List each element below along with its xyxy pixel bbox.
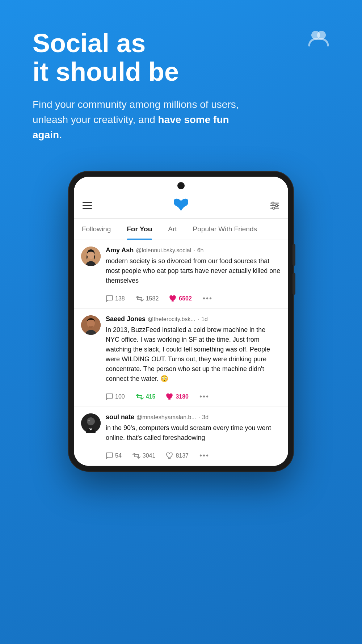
retweet-button[interactable]: 415	[136, 393, 156, 400]
tabs-bar: Following For You Art Popular With Frien…	[74, 219, 288, 240]
post-content-amy: Amy Ash @lolennui.bsky.social · 6h moder…	[106, 247, 281, 308]
phone-frame: Following For You Art Popular With Frien…	[69, 172, 293, 471]
post-text: in the 90's, computers would scream ever…	[106, 423, 281, 443]
hero-section: Social as it should be Find your communi…	[0, 0, 362, 157]
front-camera	[177, 182, 185, 189]
post-actions: 54 3041	[106, 448, 281, 466]
svg-point-16	[87, 417, 95, 425]
tab-art[interactable]: Art	[160, 219, 185, 240]
svg-point-10	[273, 207, 275, 209]
post-time: 6h	[197, 247, 204, 254]
comment-count: 138	[115, 295, 125, 302]
hero-subtitle: Find your community among millions of us…	[33, 97, 243, 143]
filter-icon[interactable]	[270, 202, 279, 212]
svg-rect-4	[83, 208, 92, 209]
post-handle: @mnateshyamalan.b...	[136, 414, 196, 421]
like-count: 8137	[176, 453, 189, 459]
svg-point-9	[275, 205, 278, 207]
post-meta-soul-nate: soul nate @mnateshyamalan.b... · 3d	[106, 413, 281, 421]
post-time: 1d	[201, 316, 208, 323]
phone-mockup: Following For You Art Popular With Frien…	[0, 172, 362, 493]
comment-button[interactable]: 54	[106, 452, 122, 459]
post-content-saeed: Saeed Jones @theferocity.bsk... · 1d In …	[106, 315, 281, 407]
volume-button-2	[292, 273, 295, 295]
post-handle: @lolennui.bsky.social	[136, 247, 191, 254]
post-time: 3d	[202, 414, 209, 421]
svg-point-17	[88, 420, 90, 421]
post-item: Saeed Jones @theferocity.bsk... · 1d In …	[74, 309, 288, 407]
post-dot: ·	[193, 247, 195, 254]
post-meta-amy: Amy Ash @lolennui.bsky.social · 6h	[106, 247, 281, 254]
volume-button-1	[292, 244, 295, 266]
phone-screen: Following For You Art Popular With Frien…	[74, 177, 288, 466]
post-content-soul-nate: soul nate @mnateshyamalan.b... · 3d in t…	[106, 413, 281, 466]
post-author: soul nate	[106, 413, 134, 421]
like-button[interactable]: 6502	[169, 295, 192, 302]
post-author: Saeed Jones	[106, 315, 146, 323]
hamburger-menu-icon[interactable]	[83, 202, 92, 211]
svg-point-8	[272, 202, 274, 204]
avatar-saeed	[81, 315, 101, 335]
feed: Amy Ash @lolennui.bsky.social · 6h moder…	[74, 240, 288, 466]
comment-count: 100	[115, 393, 125, 400]
camera-bar	[74, 177, 288, 195]
retweet-button[interactable]: 1582	[136, 295, 159, 302]
post-handle: @theferocity.bsk...	[148, 316, 195, 323]
like-button[interactable]: 8137	[166, 453, 189, 459]
more-options-button[interactable]: •••	[199, 451, 209, 460]
tab-popular-with-friends[interactable]: Popular With Friends	[185, 219, 265, 240]
svg-rect-2	[83, 202, 92, 203]
post-text: In 2013, BuzzFeed installed a cold brew …	[106, 325, 281, 384]
retweet-count: 3041	[143, 453, 156, 459]
bluesky-logo	[174, 198, 188, 215]
more-options-button[interactable]: •••	[203, 294, 212, 303]
post-item: soul nate @mnateshyamalan.b... · 3d in t…	[74, 407, 288, 466]
comment-button[interactable]: 138	[106, 295, 125, 302]
svg-rect-3	[83, 205, 92, 206]
post-actions: 100 415	[106, 389, 281, 407]
retweet-count: 1582	[146, 295, 159, 302]
svg-point-1	[311, 31, 320, 39]
tab-for-you[interactable]: For You	[119, 219, 160, 240]
post-item: Amy Ash @lolennui.bsky.social · 6h moder…	[74, 240, 288, 309]
post-dot: ·	[198, 316, 199, 323]
like-button[interactable]: 3180	[166, 393, 189, 400]
post-actions: 138 1582	[106, 291, 281, 308]
post-text: modern society is so divorced from our f…	[106, 256, 281, 286]
tab-following[interactable]: Following	[74, 219, 119, 240]
avatar-soul-nate	[81, 413, 101, 433]
comment-button[interactable]: 100	[106, 393, 125, 400]
post-dot: ·	[198, 414, 200, 421]
people-icon	[308, 29, 329, 52]
app-header	[74, 195, 288, 219]
side-buttons	[292, 244, 295, 295]
like-count: 6502	[179, 295, 192, 302]
comment-count: 54	[115, 453, 122, 459]
retweet-count: 415	[146, 393, 156, 400]
like-count: 3180	[176, 393, 189, 400]
hero-title: Social as it should be	[33, 29, 329, 86]
post-author: Amy Ash	[106, 247, 134, 254]
post-meta-saeed: Saeed Jones @theferocity.bsk... · 1d	[106, 315, 281, 323]
more-options-button[interactable]: •••	[199, 392, 209, 401]
retweet-button[interactable]: 3041	[132, 453, 156, 459]
avatar-amy	[81, 247, 101, 266]
